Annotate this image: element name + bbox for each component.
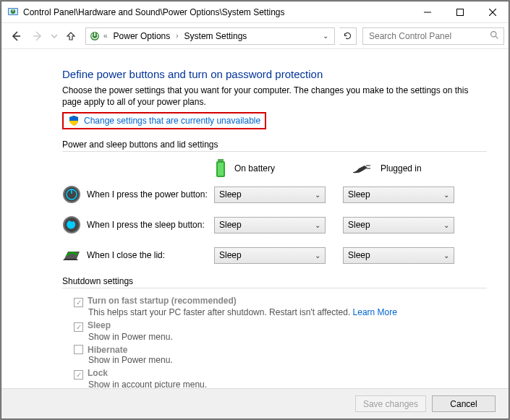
forward-button[interactable] — [27, 26, 48, 46]
shield-icon — [68, 115, 80, 127]
chevron-down-icon: ⌄ — [443, 221, 449, 229]
navbar: « Power Options › System Settings ⌄ — [1, 23, 509, 49]
sleep-button-battery-select[interactable]: Sleep⌄ — [214, 217, 326, 233]
svg-rect-11 — [366, 165, 370, 166]
maximize-button[interactable] — [443, 1, 476, 22]
search-icon — [490, 30, 499, 42]
lid-plugged-select[interactable]: Sleep⌄ — [343, 247, 454, 264]
titlebar: Control Panel\Hardware and Sound\Power O… — [1, 1, 509, 23]
recent-locations-button[interactable] — [49, 26, 59, 46]
svg-point-7 — [491, 31, 496, 36]
address-bar[interactable]: « Power Options › System Settings ⌄ — [85, 27, 335, 45]
address-dropdown-icon[interactable]: ⌄ — [320, 32, 331, 40]
sleep-checkbox: Sleep Show in Power menu. — [74, 320, 487, 342]
plug-icon — [352, 162, 373, 175]
power-button-row: When I press the power button: Sleep⌄ Sl… — [62, 185, 487, 204]
lid-battery-select[interactable]: Sleep⌄ — [214, 247, 326, 264]
save-button: Save changes — [355, 395, 426, 412]
svg-rect-3 — [12, 9, 13, 12]
battery-icon — [214, 159, 227, 178]
chevron-right-icon: › — [176, 32, 178, 40]
sleep-button-plugged-select[interactable]: Sleep⌄ — [343, 217, 454, 233]
svg-rect-12 — [366, 168, 370, 169]
svg-rect-10 — [218, 163, 224, 176]
power-button-label: When I press the power button: — [87, 189, 214, 200]
search-input[interactable] — [367, 30, 490, 42]
window: Control Panel\Hardware and Sound\Power O… — [1, 1, 509, 419]
page-title: Define power buttons and turn on passwor… — [62, 68, 487, 80]
up-button[interactable] — [61, 26, 81, 46]
back-button[interactable] — [6, 26, 26, 46]
chevron-down-icon: ⌄ — [443, 252, 449, 260]
chevron-down-icon: ⌄ — [315, 252, 320, 260]
laptop-lid-icon — [62, 246, 81, 265]
checkbox-icon — [74, 370, 83, 380]
breadcrumb-system-settings[interactable]: System Settings — [182, 30, 250, 43]
sleep-button-icon — [62, 215, 81, 234]
shutdown-section-label: Shutdown settings — [62, 276, 487, 286]
hibernate-checkbox: Hibernate Show in Power menu. — [74, 345, 487, 365]
svg-rect-6 — [94, 33, 95, 36]
power-button-battery-select[interactable]: Sleep⌄ — [214, 187, 326, 203]
minimize-button[interactable] — [411, 1, 443, 22]
lid-label: When I close the lid: — [87, 250, 214, 260]
search-box[interactable] — [362, 27, 504, 45]
chevron-down-icon: ⌄ — [443, 191, 449, 199]
learn-more-link[interactable]: Learn More — [353, 307, 397, 317]
lid-row: When I close the lid: Sleep⌄ Sleep⌄ — [62, 246, 487, 265]
lock-checkbox: Lock Show in account picture menu. — [74, 368, 487, 388]
fast-startup-checkbox: Turn on fast startup (recommended) This … — [74, 296, 487, 317]
footer: Save changes Cancel — [1, 388, 509, 419]
power-button-plugged-select[interactable]: Sleep⌄ — [343, 187, 454, 203]
cancel-button[interactable]: Cancel — [432, 395, 496, 412]
control-panel-icon — [7, 7, 19, 18]
checkbox-icon — [74, 298, 83, 307]
svg-rect-16 — [71, 189, 72, 194]
power-button-icon — [62, 185, 81, 204]
uac-link-text[interactable]: Change settings that are currently unava… — [84, 116, 260, 126]
close-button[interactable] — [476, 1, 509, 22]
chevron-down-icon: ⌄ — [315, 221, 320, 229]
breadcrumb-chevron-icon: « — [103, 32, 108, 40]
page-description: Choose the power settings that you want … — [62, 85, 487, 108]
shutdown-section: Shutdown settings Turn on fast startup (… — [62, 276, 487, 388]
content-area: Define power buttons and turn on passwor… — [1, 49, 509, 388]
sleep-button-row: When I press the sleep button: Sleep⌄ Sl… — [62, 215, 487, 234]
buttons-section-label: Power and sleep buttons and lid settings — [62, 140, 487, 150]
sleep-button-label: When I press the sleep button: — [87, 220, 214, 230]
chevron-down-icon: ⌄ — [315, 191, 320, 199]
breadcrumb-power-options[interactable]: Power Options — [111, 30, 174, 43]
svg-rect-4 — [456, 9, 463, 15]
power-options-icon — [89, 30, 101, 42]
refresh-button[interactable] — [339, 27, 357, 45]
checkbox-icon — [74, 345, 83, 354]
window-title: Control Panel\Hardware and Sound\Power O… — [23, 7, 285, 17]
column-headers: On battery Plugged in — [214, 159, 487, 178]
uac-change-settings-link[interactable]: Change settings that are currently unava… — [62, 112, 266, 129]
svg-rect-8 — [218, 159, 224, 161]
plugged-in-label: Plugged in — [381, 163, 422, 173]
checkbox-icon — [74, 322, 83, 332]
on-battery-label: On battery — [234, 163, 275, 173]
